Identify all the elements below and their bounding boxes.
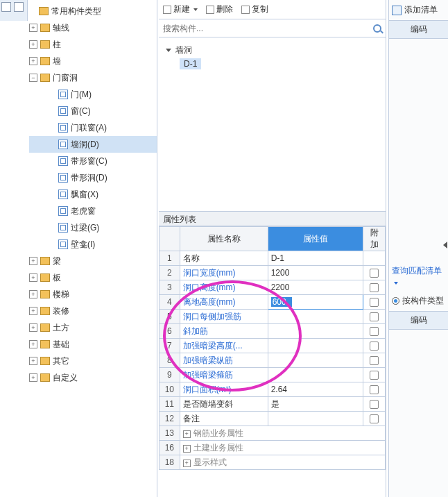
search-icon[interactable]: [373, 24, 381, 33]
expand-icon[interactable]: +: [183, 460, 191, 467]
search-input[interactable]: [163, 24, 373, 33]
comp-item[interactable]: D-1: [166, 57, 379, 71]
expand-icon[interactable]: +: [29, 340, 37, 348]
comp-root[interactable]: 墙洞: [166, 43, 379, 57]
prop-value[interactable]: [268, 353, 363, 368]
expand-icon[interactable]: +: [29, 57, 37, 65]
expand-icon[interactable]: +: [29, 24, 37, 32]
prop-row[interactable]: 3洞口高度(mm)2200: [160, 280, 386, 295]
prop-row[interactable]: 4离地高度(mm)600: [160, 295, 386, 310]
expand-icon[interactable]: +: [29, 357, 37, 365]
component-tree: 常用构件类型 +轴线 +柱 +墙 −门窗洞 门(M) 窗(C) 门联窗(A) 墙…: [29, 0, 157, 497]
middle-panel: 新建 删除 复制 墙洞 D-1 属性列表 属性名称 属性值 附加 1名称D-12…: [159, 0, 386, 497]
tree-item-striphole[interactable]: 带形洞(D): [29, 169, 157, 186]
prop-value[interactable]: [268, 324, 363, 339]
prop-value[interactable]: 2200: [268, 280, 363, 295]
strip-icon-2[interactable]: [14, 2, 24, 12]
item-icon: [58, 206, 68, 216]
prop-extra-checkbox[interactable]: [363, 339, 386, 353]
tree-item-dormer[interactable]: 老虎窗: [29, 203, 157, 219]
prop-extra-checkbox[interactable]: [363, 397, 386, 412]
tree-folder-custom[interactable]: +自定义: [29, 369, 157, 386]
prop-value[interactable]: [268, 339, 363, 353]
tree-folder-axis[interactable]: +轴线: [29, 19, 157, 36]
tree-folder-wall[interactable]: +墙: [29, 53, 157, 69]
prop-value[interactable]: 2.64: [268, 382, 363, 397]
tree-folder-foundation[interactable]: +基础: [29, 336, 157, 353]
tree-item-niche[interactable]: 壁龛(I): [29, 236, 157, 253]
delete-button[interactable]: 删除: [206, 3, 233, 15]
collapse-arrow-icon[interactable]: [443, 242, 447, 248]
add-list-button[interactable]: 添加清单: [389, 0, 448, 20]
col-name[interactable]: 属性名称: [180, 227, 268, 251]
prop-extra-checkbox[interactable]: [363, 382, 386, 397]
tree-item-doorwindow[interactable]: 门联窗(A): [29, 119, 157, 136]
delete-icon: [206, 6, 214, 14]
new-button[interactable]: 新建: [163, 3, 198, 15]
prop-row[interactable]: 10洞口面积(m²)2.64: [160, 382, 386, 397]
prop-row[interactable]: 16+土建业务属性: [160, 441, 386, 455]
expand-icon[interactable]: +: [29, 40, 37, 49]
expand-icon[interactable]: +: [29, 323, 37, 332]
tree-folder-column[interactable]: +柱: [29, 36, 157, 53]
tree-folder-slab[interactable]: +板: [29, 269, 157, 286]
tree-item-baywindow[interactable]: 飘窗(X): [29, 186, 157, 203]
prop-row[interactable]: 5洞口每侧加强筋: [160, 310, 386, 324]
prop-value[interactable]: D-1: [268, 251, 363, 266]
prop-extra-checkbox[interactable]: [363, 324, 386, 339]
tree-folder-stair[interactable]: +楼梯: [29, 286, 157, 303]
prop-name: 洞口每侧加强筋: [180, 310, 268, 324]
expand-icon[interactable]: +: [29, 373, 37, 382]
prop-value[interactable]: 600: [268, 295, 363, 310]
prop-row[interactable]: 12备注: [160, 412, 386, 426]
prop-row[interactable]: 13+钢筋业务属性: [160, 426, 386, 441]
folder-icon: [40, 357, 50, 365]
expand-icon[interactable]: +: [183, 445, 191, 453]
prop-value[interactable]: 是: [268, 397, 363, 412]
tree-item-window[interactable]: 窗(C): [29, 103, 157, 119]
prop-extra-checkbox[interactable]: [363, 412, 386, 426]
prop-value[interactable]: [268, 368, 363, 382]
prop-row[interactable]: 8加强暗梁纵筋: [160, 353, 386, 368]
expand-icon[interactable]: +: [29, 257, 37, 265]
expand-icon[interactable]: +: [29, 290, 37, 298]
prop-extra-checkbox[interactable]: [363, 353, 386, 368]
tree-folder-earth[interactable]: +土方: [29, 319, 157, 336]
col-value[interactable]: 属性值: [268, 227, 363, 251]
tree-folder-common[interactable]: 常用构件类型: [29, 3, 157, 19]
strip-icon-1[interactable]: [1, 2, 11, 12]
expand-icon[interactable]: +: [183, 430, 191, 438]
tree-folder-finish[interactable]: +装修: [29, 303, 157, 319]
prop-extra-checkbox[interactable]: [363, 266, 386, 280]
component-toolbar: 新建 删除 复制: [159, 0, 386, 19]
prop-row[interactable]: 9加强暗梁箍筋: [160, 368, 386, 382]
prop-row[interactable]: 18+显示样式: [160, 455, 386, 470]
prop-row[interactable]: 6斜加筋: [160, 324, 386, 339]
prop-value[interactable]: [268, 412, 363, 426]
copy-button[interactable]: 复制: [241, 3, 268, 15]
col-extra[interactable]: 附加: [363, 227, 386, 251]
prop-row[interactable]: 7加强暗梁高度(...: [160, 339, 386, 353]
tree-item-stripwindow[interactable]: 带形窗(C): [29, 153, 157, 169]
prop-value[interactable]: [268, 310, 363, 324]
prop-row[interactable]: 11是否随墙变斜是: [160, 397, 386, 412]
expand-icon[interactable]: +: [29, 307, 37, 315]
prop-extra-checkbox[interactable]: [363, 368, 386, 382]
prop-row[interactable]: 2洞口宽度(mm)1200: [160, 266, 386, 280]
row-number: 1: [160, 251, 180, 266]
tree-item-wallhole[interactable]: 墙洞(D): [29, 136, 157, 153]
tree-folder-other[interactable]: +其它: [29, 353, 157, 369]
prop-value[interactable]: 1200: [268, 266, 363, 280]
tree-folder-beam[interactable]: +梁: [29, 253, 157, 269]
prop-row[interactable]: 1名称D-1: [160, 251, 386, 266]
tree-item-door[interactable]: 门(M): [29, 86, 157, 103]
prop-extra-checkbox[interactable]: [363, 310, 386, 324]
tree-item-lintel[interactable]: 过梁(G): [29, 219, 157, 236]
by-component-radio[interactable]: 按构件类型: [389, 291, 448, 311]
prop-extra-checkbox[interactable]: [363, 280, 386, 295]
expand-icon[interactable]: +: [29, 273, 37, 282]
tree-folder-doorwindow[interactable]: −门窗洞: [29, 69, 157, 86]
collapse-icon[interactable]: −: [29, 74, 37, 82]
prop-extra-checkbox[interactable]: [363, 295, 386, 310]
match-list-link[interactable]: 查询匹配清单: [389, 261, 448, 291]
